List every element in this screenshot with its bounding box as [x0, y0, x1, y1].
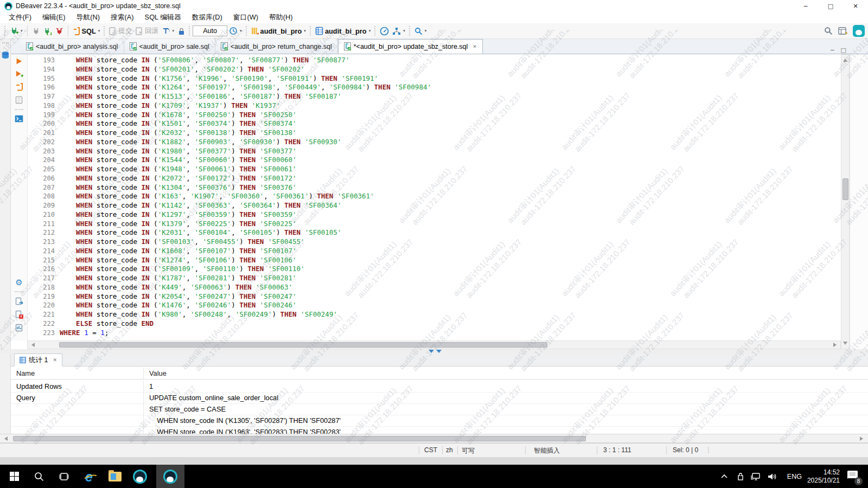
internet-explorer-button[interactable]: e — [78, 465, 100, 488]
window-bottom-edge — [0, 457, 868, 465]
task-view-button[interactable] — [53, 465, 75, 488]
file-explorer-button[interactable] — [104, 465, 126, 488]
menu-navigate[interactable]: 导航(N) — [71, 12, 105, 23]
sql-script-icon — [73, 27, 80, 35]
tab-label: *<audit_bi_pro> update_sbz_store.sql — [354, 43, 468, 50]
transaction-mode-button[interactable]: ▾ — [161, 26, 176, 36]
column-header-value[interactable]: Value — [144, 368, 167, 379]
close-icon[interactable]: ✕ — [473, 44, 477, 49]
quick-search-icon[interactable] — [824, 27, 833, 35]
menu-file[interactable]: 文件(F) — [3, 12, 37, 23]
scroll-left-arrow[interactable] — [29, 343, 35, 347]
maximize-view-button[interactable]: □ — [841, 47, 846, 54]
table-row[interactable]: WHEN store_code IN ('K1305', 'SF00287') … — [11, 415, 868, 427]
scroll-right-arrow[interactable] — [860, 436, 865, 441]
menu-search[interactable]: 搜索(A) — [105, 12, 139, 23]
error-log-button[interactable] — [15, 310, 23, 319]
column-header-name[interactable]: Name — [11, 368, 144, 379]
scrollbar-thumb[interactable] — [13, 436, 586, 441]
taskbar-search-button[interactable] — [28, 465, 50, 488]
table-row[interactable]: SET store_code = CASE — [11, 403, 868, 415]
menu-edit[interactable]: 编辑(E) — [37, 12, 71, 23]
table-row[interactable]: Query UPDATE custom_online_sale_order_lo… — [11, 392, 868, 404]
export-result-button[interactable] — [15, 297, 23, 305]
tab-statistics[interactable]: 统计 1 ✕ — [14, 354, 62, 367]
scrollbar-thumb[interactable] — [843, 178, 848, 200]
sql-editor-button[interactable]: SQL ▾ — [71, 25, 102, 36]
disconnect-button[interactable] — [54, 26, 65, 36]
lock-button[interactable] — [176, 26, 187, 36]
transaction-log-button[interactable]: ▾ — [227, 25, 244, 36]
commit-mode-select[interactable]: Auto — [193, 25, 227, 36]
new-connection-button[interactable]: ▾ — [8, 25, 24, 36]
code-line: WHEN store_code IN ('K1787', 'SF00281') … — [60, 274, 841, 283]
sql-editor[interactable]: 1931941951961971981992002012022032042052… — [27, 54, 841, 341]
open-perspective-icon[interactable] — [838, 27, 847, 35]
table-row[interactable]: Updated Rows 1 — [11, 381, 868, 393]
toolbar-drag-handle — [409, 26, 411, 36]
line-number: 216 — [28, 265, 59, 274]
editor-vertical-scrollbar[interactable] — [841, 54, 850, 349]
results-horizontal-scrollbar[interactable] — [0, 434, 868, 443]
execute-new-tab-button[interactable] — [15, 70, 23, 78]
usb-tray-icon[interactable] — [736, 472, 744, 481]
scroll-up-arrow[interactable] — [843, 56, 847, 62]
menu-help[interactable]: 帮助(H) — [264, 12, 298, 23]
scroll-left-arrow[interactable] — [2, 436, 8, 441]
scroll-right-arrow[interactable] — [833, 343, 839, 347]
line-number: 203 — [28, 147, 59, 156]
overflow-icon[interactable]: ⋮ — [705, 446, 712, 454]
output-log-button[interactable] — [15, 324, 23, 332]
database-navigator-icon[interactable] — [1, 51, 10, 60]
dbeaver-window-button[interactable] — [129, 465, 151, 488]
line-number: 200 — [28, 119, 59, 129]
menu-sql-editor[interactable]: SQL 编辑器 — [139, 12, 187, 23]
taskbar: e ENG 14:52 2025/10/21 8 — [0, 465, 868, 488]
schema-selector[interactable]: audit_bi_pro ▾ — [314, 25, 372, 36]
search-button[interactable]: ▾ — [413, 26, 429, 36]
scrollbar-thumb[interactable] — [59, 342, 547, 348]
clock-time: 14:52 — [807, 468, 840, 477]
connection-selector[interactable]: audit_bi_pro ▾ — [250, 25, 308, 36]
scroll-down-arrow[interactable] — [843, 342, 847, 347]
row-name: Query — [11, 392, 144, 403]
tab-return-change-sql[interactable]: <audit_bi_pro> return_change.sql — [215, 39, 338, 54]
tab-sale-sql[interactable]: <audit_bi_pro> sale.sql — [124, 39, 215, 54]
menu-database[interactable]: 数据库(D) — [187, 12, 228, 23]
minimize-view-button[interactable]: ─ — [831, 47, 834, 54]
task-view-icon — [59, 472, 69, 481]
editor-horizontal-scrollbar[interactable] — [27, 341, 841, 349]
menu-window[interactable]: 窗口(W) — [228, 12, 264, 23]
network-tray-icon[interactable] — [751, 472, 761, 480]
gear-icon[interactable]: ⚙ — [15, 279, 22, 286]
taskbar-clock[interactable]: 14:52 2025/10/21 — [807, 468, 840, 485]
volume-tray-icon[interactable] — [767, 472, 777, 481]
tray-expand-chevron-icon[interactable] — [720, 473, 729, 480]
start-button[interactable] — [3, 465, 25, 488]
tab-analysis-sql[interactable]: <audit_bi_pro> analysis.sql — [21, 39, 124, 54]
network-button[interactable]: ▾ — [391, 26, 407, 36]
execute-statement-button[interactable] — [15, 57, 23, 65]
notification-center-button[interactable]: 8 — [846, 470, 860, 484]
maximize-button[interactable]: □ — [818, 0, 843, 12]
close-icon[interactable]: ✕ — [53, 357, 57, 363]
execute-script-button[interactable] — [15, 82, 23, 91]
language-indicator[interactable]: ENG — [787, 473, 802, 480]
panel-splitter[interactable] — [0, 349, 868, 354]
minimize-button[interactable]: ─ — [793, 0, 818, 12]
dbeaver-active-window-button[interactable] — [156, 465, 184, 488]
sql-console-button[interactable] — [15, 115, 23, 123]
code-area[interactable]: WHEN store_code IN ('SF00806', 'SF00807'… — [60, 54, 841, 337]
rollback-button[interactable]: 回滚 — [134, 25, 161, 37]
tab-update-sbz-store-sql[interactable]: *<audit_bi_pro> update_sbz_store.sql ✕ — [338, 39, 483, 54]
script-gray-button[interactable] — [15, 96, 23, 104]
close-button[interactable]: ✕ — [843, 0, 868, 12]
history-clock-icon — [229, 27, 238, 35]
commit-button[interactable]: 提交 — [107, 25, 134, 37]
dashboard-button[interactable] — [378, 25, 391, 37]
line-number: 196 — [28, 83, 59, 92]
code-line: WHEN store_code IN ('K1476', 'SF00246') … — [60, 301, 841, 310]
connect-button[interactable] — [30, 26, 42, 36]
reconnect-button[interactable] — [42, 26, 54, 36]
dbeaver-perspective-icon[interactable] — [853, 25, 865, 37]
